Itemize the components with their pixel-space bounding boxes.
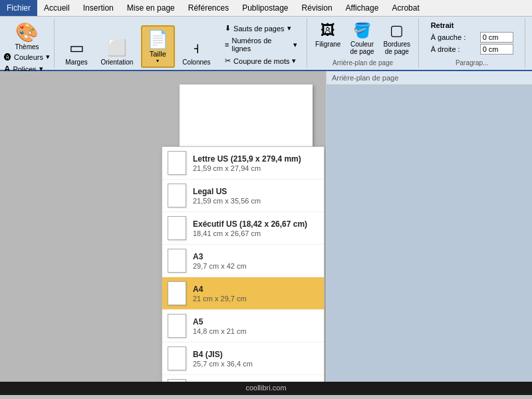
sauts-label: Sauts de pages [233, 25, 284, 33]
arriere-plan-label: Arrière-plan de page [332, 58, 393, 66]
orientation-icon: ⬜ [107, 39, 127, 57]
item-dims: 29,7 cm x 42 cm [193, 262, 247, 270]
item-dims: 18,41 cm x 26,67 cm [193, 229, 307, 237]
numeros-button[interactable]: ≡ Numéros de lignes ▾ [221, 35, 301, 54]
couleur-page-button[interactable]: 🪣 Couleur de page [346, 20, 378, 57]
dropdown-item-b5[interactable]: B5 (JIS)18,2 cm x 25,7 cm [162, 375, 324, 382]
coupure-button[interactable]: ✂ Coupure de mots ▾ [221, 55, 301, 66]
taille-icon: 📄 [147, 29, 168, 50]
item-dims: 25,7 cm x 36,4 cm [193, 360, 253, 368]
page-icon [168, 151, 186, 175]
page-icon [168, 249, 186, 273]
numeros-chevron: ▾ [293, 41, 297, 49]
taille-button[interactable]: 📄 Taille ▾ [141, 25, 175, 68]
marges-label: Marges [65, 59, 87, 66]
right-panel-label: Arrière-plan de page [327, 71, 532, 85]
dropdown-item-executif_us[interactable]: Exécutif US (18,42 x 26,67 cm)18,41 cm x… [162, 212, 324, 245]
couleur-page-label: Couleur de page [350, 41, 374, 55]
dropdown-item-legal_us[interactable]: Legal US21,59 cm x 35,56 cm [162, 180, 324, 212]
bordures-page-icon: ▢ [390, 22, 404, 39]
couleur-page-icon: 🪣 [353, 22, 371, 39]
sauts-chevron: ▾ [287, 24, 291, 33]
couleurs-chevron: ▾ [46, 53, 50, 61]
footer: coollibri.com [0, 382, 532, 395]
retrait-droite-label: À droite : [431, 45, 477, 53]
page-icon [168, 216, 186, 240]
ribbon: 🎨 Thèmes 🅐 Couleurs ▾ A Polices ▾ ✨ Effe… [0, 17, 532, 71]
menu-insertion[interactable]: Insertion [76, 0, 120, 16]
paragraphe-group: Retrait À gauche : À droite : Paragrap..… [419, 19, 525, 68]
themes-icon: 🎨 [15, 21, 39, 43]
retrait-title: Retrait [431, 21, 513, 29]
themes-group: 🎨 Thèmes 🅐 Couleurs ▾ A Polices ▾ ✨ Effe… [0, 19, 55, 68]
themes-button[interactable]: 🎨 Thèmes [3, 20, 51, 52]
retrait-droite-input[interactable] [480, 44, 513, 55]
item-name: Legal US [193, 187, 261, 196]
page-icon [168, 314, 186, 338]
marges-button[interactable]: ▭ Marges [60, 37, 93, 68]
dropdown-item-a5[interactable]: A514,8 cm x 21 cm [162, 310, 324, 342]
bordures-page-label: Bordures de page [384, 41, 411, 55]
themes-label: Thèmes [15, 43, 39, 51]
menu-affichage[interactable]: Affichage [339, 0, 386, 16]
arriere-plan-group: 🖼 Filigrane 🪣 Couleur de page ▢ Bordures… [307, 19, 419, 68]
numeros-label: Numéros de lignes [232, 37, 291, 53]
couleurs-button[interactable]: 🅐 Couleurs ▾ [3, 52, 51, 62]
paragraphe-label: Paragrap... [456, 58, 488, 66]
page-icon [168, 184, 186, 207]
couleurs-icon: 🅐 [4, 53, 11, 61]
right-panel: Arrière-plan de page [326, 71, 532, 382]
item-dims: 21 cm x 29,7 cm [193, 295, 247, 303]
orientation-button[interactable]: ⬜ Orientation [96, 37, 138, 68]
item-name: A4 [193, 285, 247, 294]
coupure-chevron: ▾ [292, 57, 296, 65]
filigrane-label: Filigrane [315, 41, 340, 48]
bordures-page-button[interactable]: ▢ Bordures de page [380, 20, 415, 57]
item-dims: 21,59 cm x 27,94 cm [193, 164, 301, 172]
dropdown-item-lettre_us[interactable]: Lettre US (215,9 x 279,4 mm)21,59 cm x 2… [162, 147, 324, 180]
item-name: B4 (JIS) [193, 350, 253, 359]
page-icon [168, 379, 186, 382]
item-name: Exécutif US (18,42 x 26,67 cm) [193, 219, 307, 229]
coupure-icon: ✂ [225, 57, 231, 65]
main-area: Lettre US (215,9 x 279,4 mm)21,59 cm x 2… [0, 71, 532, 382]
marges-icon: ▭ [69, 39, 84, 57]
colonnes-label: Colonnes [182, 59, 210, 66]
mise-en-page-group: ▭ Marges ⬜ Orientation 📄 Taille ▾ ⫞ Co [55, 19, 307, 68]
item-name: Lettre US (215,9 x 279,4 mm) [193, 154, 301, 164]
sauts-button[interactable]: ⬇ Sauts de pages ▾ [221, 23, 301, 34]
menu-publipostage[interactable]: Publipostage [235, 0, 295, 16]
page-icon [168, 346, 186, 370]
taille-dropdown: Lettre US (215,9 x 279,4 mm)21,59 cm x 2… [162, 146, 325, 382]
retrait-gauche-label: À gauche : [431, 33, 477, 41]
item-dims: 14,8 cm x 21 cm [193, 327, 247, 335]
colonnes-icon: ⫞ [192, 39, 200, 57]
page-area: Lettre US (215,9 x 279,4 mm)21,59 cm x 2… [0, 71, 326, 382]
dropdown-list[interactable]: Lettre US (215,9 x 279,4 mm)21,59 cm x 2… [162, 147, 324, 382]
page-bg-btns: 🖼 Filigrane 🪣 Couleur de page ▢ Bordures… [311, 20, 414, 57]
sauts-icon: ⬇ [225, 24, 231, 33]
retrait-gauche-input[interactable] [480, 32, 513, 43]
page-options: ⬇ Sauts de pages ▾ ≡ Numéros de lignes ▾… [221, 21, 301, 68]
filigrane-button[interactable]: 🖼 Filigrane [311, 20, 344, 57]
menu-bar: Fichier Accueil Insertion Mise en page R… [0, 0, 532, 17]
filigrane-icon: 🖼 [321, 22, 335, 39]
dropdown-item-b4[interactable]: B4 (JIS)25,7 cm x 36,4 cm [162, 342, 324, 375]
colonnes-button[interactable]: ⫞ Colonnes [178, 37, 215, 68]
menu-references[interactable]: Références [182, 0, 235, 16]
taille-label: Taille [150, 50, 166, 58]
retrait-droite-row: À droite : [431, 44, 513, 55]
page-icon [168, 281, 186, 305]
coupure-label: Coupure de mots [233, 57, 289, 65]
item-name: A3 [193, 252, 247, 261]
orientation-label: Orientation [100, 59, 133, 66]
taille-chevron: ▾ [156, 58, 159, 64]
menu-mise-en-page[interactable]: Mise en page [120, 0, 182, 16]
dropdown-item-a3[interactable]: A329,7 cm x 42 cm [162, 245, 324, 277]
menu-revision[interactable]: Révision [295, 0, 339, 16]
menu-fichier[interactable]: Fichier [0, 0, 37, 16]
dropdown-item-a4[interactable]: A421 cm x 29,7 cm [162, 277, 324, 310]
menu-accueil[interactable]: Accueil [37, 0, 76, 16]
item-name: A5 [193, 317, 247, 327]
menu-acrobat[interactable]: Acrobat [385, 0, 426, 16]
